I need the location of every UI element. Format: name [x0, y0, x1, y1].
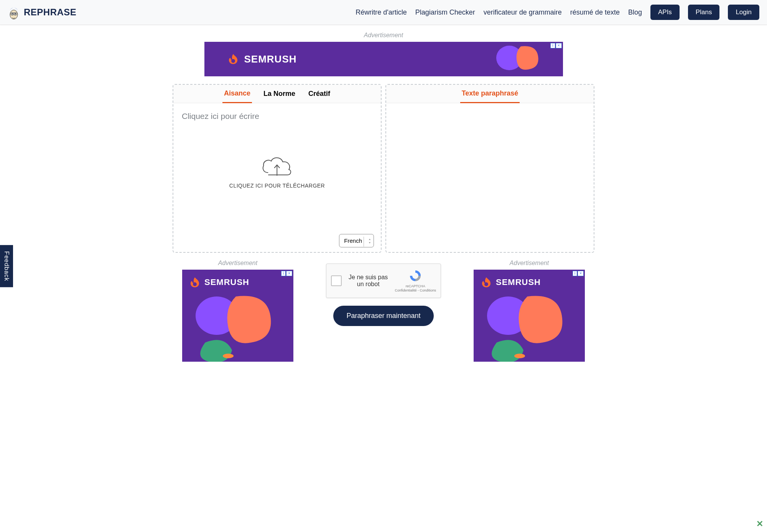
ad-label-right: Advertisement — [464, 260, 594, 267]
nav-login-button[interactable]: Login — [728, 5, 759, 20]
tab-standard[interactable]: La Norme — [262, 85, 297, 102]
ad-label-top: Advertisement — [0, 32, 767, 39]
right-ad-col: Advertisement SEMRUSH i × — [464, 253, 594, 362]
ad-banner-top[interactable]: SEMRUSH i × — [204, 42, 563, 76]
upload-label: CLIQUEZ ICI POUR TÉLÉCHARGER — [229, 183, 325, 189]
feedback-tab[interactable]: Feedback — [0, 245, 13, 287]
ad-close-icon[interactable]: × — [286, 271, 292, 276]
flame-icon — [189, 277, 201, 288]
language-select[interactable]: French — [339, 234, 374, 247]
ad-brand-left: SEMRUSH — [182, 270, 293, 288]
ad-brand-text-right: SEMRUSH — [496, 277, 541, 287]
paraphrase-button[interactable]: Paraphraser maintenant — [333, 306, 433, 326]
ad-brand-text-left: SEMRUSH — [204, 277, 249, 287]
nav-blog[interactable]: Blog — [628, 8, 642, 16]
output-panel: Texte paraphrasé — [385, 84, 594, 253]
tab-creative[interactable]: Créatif — [307, 85, 332, 102]
ad-brand: SEMRUSH — [227, 53, 297, 65]
ad-info-badge[interactable]: i × — [550, 43, 561, 48]
ad-close-icon[interactable]: × — [556, 43, 562, 48]
nav-rewriter[interactable]: Réwritre d'article — [356, 8, 407, 16]
flame-icon — [481, 277, 492, 288]
ad-brand-text: SEMRUSH — [244, 53, 297, 65]
nav-plagiarism[interactable]: Plagiarism Checker — [415, 8, 475, 16]
ad-info-icon[interactable]: i — [573, 271, 577, 276]
recaptcha-checkbox[interactable] — [331, 275, 342, 286]
editor-row: Aisance La Norme Créatif Cliquez ici pou… — [173, 84, 594, 253]
upload-area[interactable]: CLIQUEZ ICI POUR TÉLÉCHARGER — [229, 154, 325, 189]
output-editor — [386, 103, 594, 252]
ad-decoration — [494, 43, 548, 76]
left-ad-col: Advertisement SEMRUSH i × — [173, 253, 303, 362]
input-tabs: Aisance La Norme Créatif — [173, 85, 381, 103]
cloud-upload-icon — [260, 154, 294, 177]
output-tabs: Texte paraphrasé — [386, 85, 594, 103]
tab-output[interactable]: Texte paraphrasé — [460, 85, 520, 103]
svg-point-11 — [484, 282, 488, 286]
ad-close-icon[interactable]: × — [578, 271, 584, 276]
bottom-row: Advertisement SEMRUSH i × Je ne suis pas… — [173, 253, 594, 362]
ad-info-icon[interactable]: i — [550, 43, 555, 48]
nav-apis-button[interactable]: APIs — [650, 5, 680, 20]
recaptcha-links[interactable]: Confidentialité - Conditions — [395, 288, 436, 293]
logo-icon — [8, 5, 20, 20]
text-editor[interactable]: Cliquez ici pour écrire CLIQUEZ ICI POUR… — [173, 103, 381, 252]
editor-placeholder: Cliquez ici pour écrire — [182, 112, 372, 121]
svg-point-8 — [193, 282, 197, 286]
svg-point-3 — [12, 13, 13, 15]
ad-side-right[interactable]: SEMRUSH i × — [474, 270, 585, 362]
ad-decoration-left — [190, 289, 290, 362]
nav-grammar[interactable]: verificateur de grammaire — [484, 8, 562, 16]
svg-point-4 — [15, 13, 16, 15]
logo[interactable]: REPHRASE — [8, 5, 76, 20]
nav-plans-button[interactable]: Plans — [688, 5, 720, 20]
ad-info-badge-right[interactable]: i × — [573, 271, 584, 276]
ad-info-icon[interactable]: i — [281, 271, 286, 276]
recaptcha-brand: reCAPTCHA — [395, 284, 436, 288]
recaptcha-icon — [409, 269, 422, 282]
ad-decoration-right — [481, 289, 581, 362]
flame-icon — [227, 53, 239, 65]
input-panel: Aisance La Norme Créatif Cliquez ici pou… — [173, 84, 382, 253]
logo-text: REPHRASE — [24, 7, 76, 18]
nav-summarize[interactable]: résumé de texte — [570, 8, 620, 16]
ad-side-left[interactable]: SEMRUSH i × — [182, 270, 293, 362]
ad-brand-right: SEMRUSH — [474, 270, 585, 288]
ad-label-left: Advertisement — [173, 260, 303, 267]
recaptcha-text: Je ne suis pas un robot — [347, 274, 389, 288]
main-nav: Réwritre d'article Plagiarism Checker ve… — [356, 5, 759, 20]
svg-point-13 — [514, 354, 525, 358]
recaptcha[interactable]: Je ne suis pas un robot reCAPTCHA Confid… — [326, 264, 441, 298]
svg-point-10 — [223, 354, 234, 358]
tab-fluency[interactable]: Aisance — [222, 85, 252, 103]
ad-info-badge-left[interactable]: i × — [281, 271, 292, 276]
recaptcha-logo: reCAPTCHA Confidentialité - Conditions — [395, 269, 436, 292]
svg-point-5 — [231, 59, 235, 63]
center-action-col: Je ne suis pas un robot reCAPTCHA Confid… — [318, 253, 449, 326]
header: REPHRASE Réwritre d'article Plagiarism C… — [0, 0, 767, 25]
